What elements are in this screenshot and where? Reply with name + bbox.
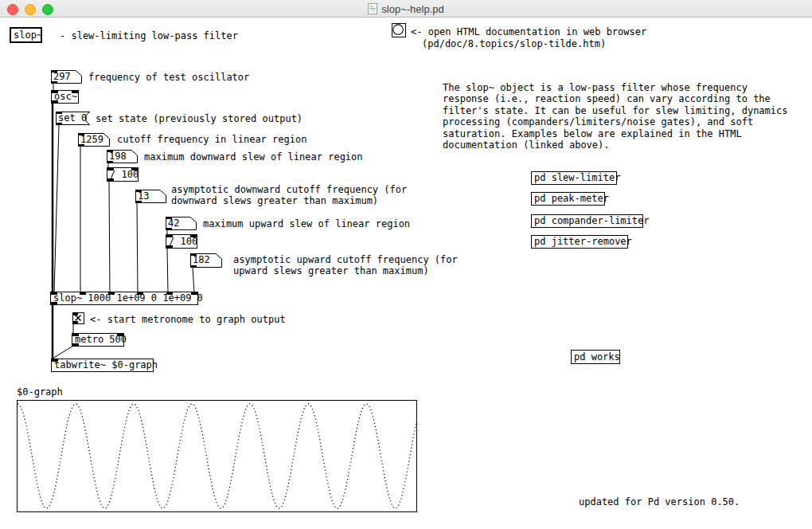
object-label: slop~ [14,29,42,41]
patch-canvas: slop~ - slew-limiting low-pass filter <-… [0,18,812,529]
patch-cord [193,268,194,293]
comment-main: - slew-limiting low-pass filter [60,30,238,41]
subpatch-slew-limiter[interactable]: pd slew-limiter [531,171,617,185]
patch-cord [167,249,168,293]
object-box-slop-title: slop~ [10,27,42,43]
subpatch-jitter-remover[interactable]: pd jitter-remover [531,235,628,249]
window-title-area: slop~-help.pd [0,0,812,18]
comment-down-asymptotic: asymptotic downward cutoff frequency (fo… [171,184,407,206]
object-box-slop: slop~ 1000 1e+09 0 1e+09 0 [50,292,198,305]
number-box-down-slew[interactable]: 198 [107,150,138,163]
object-box-tabwrite: tabwrite~ $0-graph [51,359,154,372]
object-box-osc: osc~ [51,90,79,104]
object-box-div100-up: / 100 [166,234,197,249]
number-box-up-slew[interactable]: 42 [166,217,197,230]
patch-cord [137,203,138,293]
object-label: pd peak-meter [534,193,609,205]
object-label: slop~ 1000 1e+09 0 1e+09 0 [53,292,203,304]
patch-cord [109,182,110,293]
comment-up-asymptotic: asymptotic upward cutoff frequency (for … [233,254,458,276]
toggle-metronome[interactable] [72,312,84,324]
comment-frequency: frequency of test oscillator [88,72,249,83]
number-box-cutoff[interactable]: 1259 [78,133,110,147]
comment-down-slew: maximum downward slew of linear region [144,151,363,163]
object-box-metro: metro 500 [72,333,124,347]
object-label: tabwrite~ $0-graph [54,359,158,371]
object-label: pd slew-limiter [534,172,620,184]
comment-updated: updated for Pd version 0.50. [579,496,740,507]
comment-up-slew: maximum upward slew of linear region [203,218,410,229]
comment-doc-path: (pd/doc/8.topics/slop-tilde.htm) [422,38,606,49]
subpatch-works[interactable]: pd works [571,350,620,364]
bang-open-docs[interactable] [392,23,406,37]
pd-window: slop~-help.pd slop~ - slew-limiting low-… [0,0,812,529]
comment-open-docs: <- open HTML documentation in web browse… [411,26,646,37]
titlebar: slop~-help.pd [0,0,812,18]
object-label: pd works [574,351,620,363]
comment-set-state: set state (previously stored output) [96,113,303,124]
pd-file-icon [368,3,377,14]
message-box-set[interactable]: set 0 [56,112,90,125]
graph-array-frame [17,400,417,512]
number-value: 182 [193,254,210,266]
subpatch-peak-meter[interactable]: pd peak-meter [531,192,605,206]
comment-cutoff: cutoff frequency in linear region [117,134,306,145]
number-box-frequency[interactable]: 297 [51,70,82,84]
graph-label: $0-graph [17,386,63,398]
object-label: pd compander-limiter [534,215,650,227]
patch-cord [54,125,59,293]
message-label: set 0 [58,112,87,124]
graph-waveform [18,401,416,511]
patch-cord [53,346,73,359]
window-title: slop~-help.pd [381,3,443,15]
object-label: pd jitter-remover [534,236,632,248]
comment-metronome: <- start metronome to graph output [90,314,286,325]
object-box-div100-down: / 100 [107,167,139,182]
number-box-up-asymptotic[interactable]: 182 [190,253,222,268]
number-box-down-asymptotic[interactable]: 13 [135,190,166,203]
bang-circle-icon [392,24,405,37]
description-text: The slop~ object is a low-pass filter wh… [443,82,787,151]
subpatch-compander-limiter[interactable]: pd compander-limiter [531,214,643,228]
